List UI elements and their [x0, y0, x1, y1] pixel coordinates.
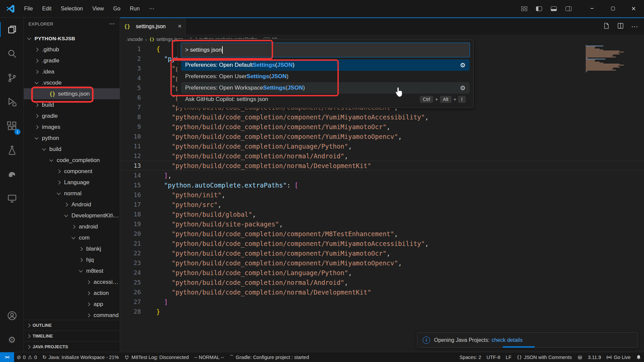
- extensions-icon[interactable]: 1: [0, 114, 24, 138]
- tree-item-component[interactable]: component: [24, 166, 120, 177]
- menu-file[interactable]: File: [20, 4, 37, 13]
- menu-selection[interactable]: Selection: [57, 4, 87, 13]
- tab-settings-json[interactable]: {} settings.json ×: [120, 18, 186, 35]
- tree-item-accessibility[interactable]: accessibility: [24, 276, 120, 288]
- code-line-18[interactable]: 18 "python/build/global",: [120, 209, 644, 219]
- search-icon[interactable]: [0, 42, 24, 66]
- code-line-27[interactable]: 27 ]: [120, 297, 644, 307]
- section-timeline[interactable]: TIMELINE: [24, 330, 120, 341]
- palette-result-4[interactable]: Ask GitHub Copilot: settings jsonCtrl+Al…: [181, 94, 470, 105]
- menu-run[interactable]: Run: [126, 4, 144, 13]
- palette-result-1[interactable]: Preferences: Open Default Settings (JSON…: [181, 59, 470, 71]
- eol-status[interactable]: LF: [503, 352, 514, 362]
- section-outline[interactable]: OUTLINE: [24, 320, 120, 330]
- code-line-12[interactable]: 12 "python/build/code_completion/normal/…: [120, 151, 644, 161]
- section-java-projects[interactable]: JAVA PROJECTS: [24, 341, 120, 352]
- tree-item-code-completion[interactable]: code_completion: [24, 155, 120, 166]
- robot-status[interactable]: [575, 352, 585, 362]
- java-status[interactable]: ↻ Java: Initialize Workspace - 21%: [40, 352, 121, 362]
- customize-layout-icon[interactable]: [521, 6, 527, 11]
- code-line-9[interactable]: 9 "python/build/code_completion/componen…: [120, 122, 644, 132]
- tree-item-com[interactable]: com: [24, 232, 120, 243]
- tree-item-images[interactable]: images: [24, 121, 120, 133]
- code-line-22[interactable]: 22 "python/build/code_completion/compone…: [120, 248, 644, 258]
- m8test-status[interactable]: M8Test Log: Disconnected: [121, 352, 192, 362]
- code-line-10[interactable]: 10 "python/build/code_completion/compone…: [120, 132, 644, 141]
- toggle-secondary-sidebar-icon[interactable]: [566, 6, 572, 11]
- source-control-icon[interactable]: [0, 66, 24, 90]
- code-line-24[interactable]: 24 "python/build/code_completion/Languag…: [120, 268, 644, 277]
- encoding-status[interactable]: UTF-8: [484, 352, 503, 362]
- code-line-13[interactable]: 13 "python/build/code_completion/normal/…: [120, 161, 644, 170]
- tree-item--vscode[interactable]: .vscode: [24, 77, 120, 88]
- code-line-20[interactable]: 20 "python/build/code_completion/compone…: [120, 229, 644, 239]
- code-line-17[interactable]: 17 "python/src",: [120, 200, 644, 209]
- tree-item-python-ksjsb[interactable]: PYTHON-KSJSB: [24, 33, 120, 44]
- indentation-status[interactable]: Spaces: 2: [457, 352, 484, 362]
- tree-item-app[interactable]: app: [24, 299, 120, 310]
- code-line-25[interactable]: 25 "python/build/code_completion/normal/…: [120, 277, 644, 287]
- python-version-status[interactable]: 3.11.9: [585, 352, 604, 362]
- code-line-23[interactable]: 23 "python/build/code_completion/compone…: [120, 258, 644, 268]
- menu-view[interactable]: View: [88, 4, 108, 13]
- tree-item-gradle[interactable]: gradle: [24, 110, 120, 121]
- tree-item--idea[interactable]: .idea: [24, 66, 120, 77]
- palette-result-2[interactable]: Preferences: Open User Settings (JSON): [181, 71, 470, 82]
- notifications-status[interactable]: [633, 352, 644, 362]
- palette-result-3[interactable]: Preferences: Open Workspace Settings (JS…: [181, 82, 470, 94]
- problems-status[interactable]: ⊘ 0 ⚠ 0: [14, 352, 40, 362]
- check-details-link[interactable]: check details: [491, 337, 523, 343]
- accounts-icon[interactable]: [0, 304, 24, 328]
- code-line-14[interactable]: 14 ],: [120, 170, 644, 180]
- toggle-panel-icon[interactable]: [551, 6, 557, 11]
- tree-item-language[interactable]: Language: [24, 177, 120, 188]
- minimize-button[interactable]: −: [582, 0, 602, 17]
- tree-item-action[interactable]: action: [24, 288, 120, 299]
- tree-item--gradle[interactable]: .gradle: [24, 55, 120, 66]
- tree-item-build[interactable]: build: [24, 144, 120, 155]
- code-line-26[interactable]: 26 "python/build/code_completion/normal/…: [120, 287, 644, 297]
- menu-go[interactable]: Go: [109, 4, 124, 13]
- minimap[interactable]: [586, 45, 639, 73]
- vim-mode-status[interactable]: -- NORMAL --: [192, 352, 227, 362]
- code-line-11[interactable]: 11 "python/build/code_completion/Languag…: [120, 141, 644, 151]
- tree-item-hjq[interactable]: hjq: [24, 254, 120, 265]
- gradle-status[interactable]: Gradle: Configure project : started: [227, 352, 312, 362]
- testing-icon[interactable]: [0, 138, 24, 162]
- tree-item-normal[interactable]: normal: [24, 188, 120, 199]
- tree-item-android[interactable]: android: [24, 221, 120, 232]
- menu-edit[interactable]: Edit: [38, 4, 56, 13]
- command-palette-input[interactable]: > settings json: [181, 43, 470, 57]
- tree-item-build[interactable]: build: [24, 99, 120, 110]
- tree-item-m8test[interactable]: m8test: [24, 265, 120, 276]
- maximize-button[interactable]: [602, 0, 623, 17]
- tree-item--github[interactable]: .github: [24, 44, 120, 55]
- tree-item-python[interactable]: python: [24, 133, 120, 144]
- code-line-28[interactable]: 28}: [120, 307, 644, 316]
- code-line-15[interactable]: 15 "python.autoComplete.extraPaths": [: [120, 180, 644, 190]
- configure-keybinding-gear-icon[interactable]: ⚙: [460, 85, 466, 91]
- tree-item-android[interactable]: Android: [24, 199, 120, 210]
- open-settings-ui-icon[interactable]: [603, 22, 610, 31]
- remote-indicator[interactable]: ><: [0, 352, 14, 362]
- tree-item-command[interactable]: command: [24, 310, 120, 320]
- tree-item-blankj[interactable]: blankj: [24, 243, 120, 254]
- tab-close-icon[interactable]: ×: [178, 23, 181, 30]
- breadcrumb-item-1[interactable]: .vscode: [126, 37, 143, 42]
- toggle-sidebar-icon[interactable]: [536, 6, 542, 11]
- notification-toast[interactable]: i Opening Java Projects: check details: [417, 332, 638, 348]
- gradle-icon[interactable]: [0, 162, 24, 187]
- code-line-19[interactable]: 19 "python/build/site-packages",: [120, 219, 644, 229]
- split-editor-icon[interactable]: [617, 22, 624, 31]
- explorer-icon[interactable]: [0, 17, 24, 42]
- tree-item-settings-json[interactable]: {}settings.json: [24, 88, 120, 99]
- run-and-debug-icon[interactable]: [0, 90, 24, 114]
- code-line-16[interactable]: 16 "python/init",: [120, 190, 644, 200]
- tree-item-developmentkit-m-[interactable]: DevelopmentKit\m...: [24, 210, 120, 221]
- more-actions-icon[interactable]: ⋯: [631, 22, 638, 31]
- remote-explorer-icon[interactable]: [0, 187, 24, 211]
- menu-more-icon[interactable]: ⋯: [145, 4, 158, 13]
- explorer-more-actions-icon[interactable]: ⋯: [109, 20, 115, 28]
- language-mode-status[interactable]: {} JSON with Comments: [514, 352, 574, 362]
- go-live-status[interactable]: Go Live: [604, 352, 633, 362]
